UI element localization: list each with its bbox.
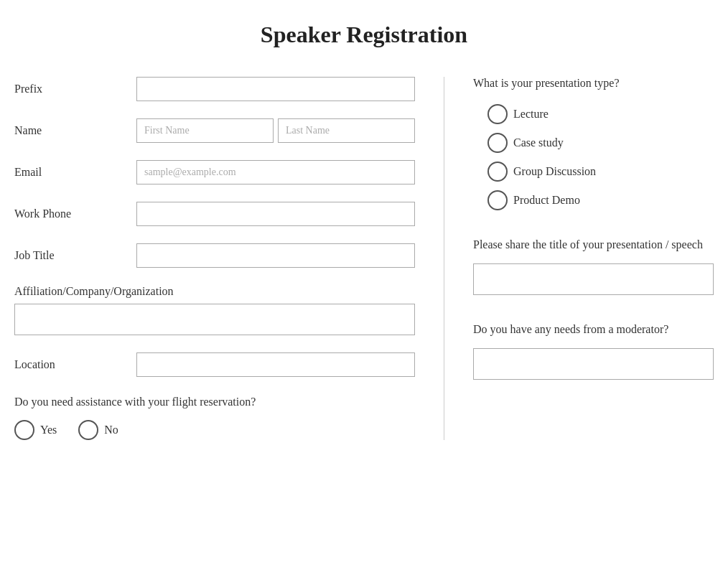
location-row: Location: [14, 352, 415, 377]
affiliation-label: Affiliation/Company/Organization: [14, 285, 415, 298]
flight-no-option[interactable]: No: [78, 420, 118, 440]
location-input[interactable]: [136, 352, 415, 377]
lecture-label: Lecture: [513, 108, 549, 121]
case-study-label: Case study: [513, 136, 564, 149]
prefix-label: Prefix: [14, 83, 136, 95]
flight-question: Do you need assistance with your flight …: [14, 394, 415, 410]
name-fields: [136, 118, 415, 143]
presentation-group-discussion-option[interactable]: Group Discussion: [487, 162, 714, 182]
email-label: Email: [14, 166, 136, 179]
prefix-input[interactable]: [136, 77, 415, 101]
job-title-input[interactable]: [136, 243, 415, 268]
presentation-type-radio-list: Lecture Case study Group Discussion Prod…: [473, 104, 714, 210]
flight-yes-option[interactable]: Yes: [14, 420, 57, 440]
moderator-needs-input[interactable]: [473, 348, 714, 380]
title-question: Please share the title of your presentat…: [473, 236, 714, 253]
name-row: Name: [14, 118, 415, 143]
group-discussion-label: Group Discussion: [513, 165, 596, 178]
flight-yes-radio[interactable]: [14, 420, 34, 440]
presentation-lecture-option[interactable]: Lecture: [487, 104, 714, 124]
job-title-label: Job Title: [14, 249, 136, 262]
page-container: Speaker Registration Prefix Name Email W…: [0, 0, 728, 462]
lecture-radio[interactable]: [487, 104, 508, 124]
flight-yes-label: Yes: [40, 424, 57, 436]
flight-section: Do you need assistance with your flight …: [14, 394, 415, 440]
presentation-title-input[interactable]: [473, 263, 714, 295]
form-layout: Prefix Name Email Work Phone Job Title: [14, 77, 714, 440]
flight-no-radio[interactable]: [78, 420, 98, 440]
flight-no-label: No: [104, 424, 118, 436]
flight-radio-group: Yes No: [14, 420, 415, 440]
first-name-input[interactable]: [136, 118, 274, 143]
location-label: Location: [14, 358, 136, 371]
affiliation-row: Affiliation/Company/Organization: [14, 285, 415, 335]
email-row: Email: [14, 160, 415, 184]
work-phone-input[interactable]: [136, 202, 415, 226]
affiliation-input[interactable]: [14, 304, 415, 335]
work-phone-label: Work Phone: [14, 207, 136, 220]
name-label: Name: [14, 124, 136, 137]
product-demo-radio[interactable]: [487, 190, 508, 210]
product-demo-label: Product Demo: [513, 194, 580, 207]
moderator-question: Do you have any needs from a moderator?: [473, 321, 714, 338]
left-column: Prefix Name Email Work Phone Job Title: [14, 77, 444, 440]
page-title: Speaker Registration: [14, 22, 714, 48]
group-discussion-radio[interactable]: [487, 162, 508, 182]
work-phone-row: Work Phone: [14, 202, 415, 226]
email-input[interactable]: [136, 160, 415, 184]
job-title-row: Job Title: [14, 243, 415, 268]
presentation-case-study-option[interactable]: Case study: [487, 133, 714, 153]
prefix-row: Prefix: [14, 77, 415, 101]
last-name-input[interactable]: [278, 118, 415, 143]
presentation-type-question: What is your presentation type?: [473, 77, 714, 90]
right-column: What is your presentation type? Lecture …: [444, 77, 714, 440]
presentation-product-demo-option[interactable]: Product Demo: [487, 190, 714, 210]
case-study-radio[interactable]: [487, 133, 508, 153]
